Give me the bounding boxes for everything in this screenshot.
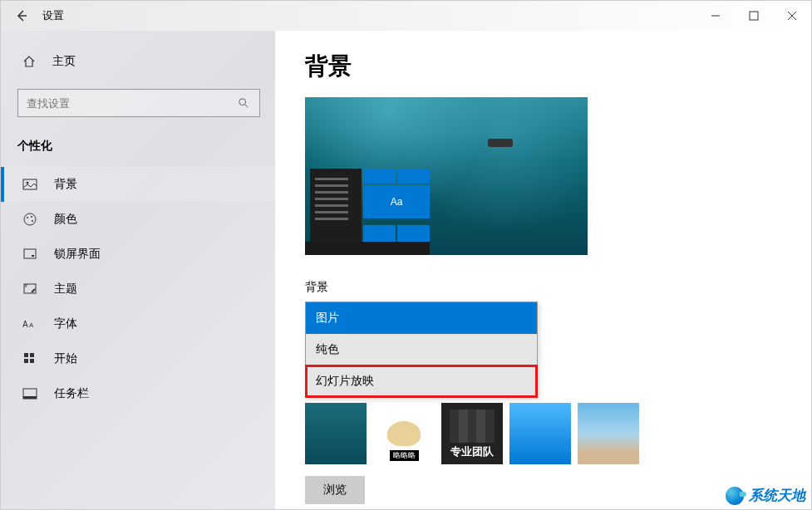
svg-point-4 bbox=[239, 99, 246, 105]
maximize-button[interactable] bbox=[735, 1, 773, 31]
minimize-icon bbox=[711, 11, 721, 21]
browse-button[interactable]: 浏览 bbox=[305, 476, 365, 504]
nav-colors[interactable]: 颜色 bbox=[1, 202, 275, 237]
main-content: 背景 Aa 背景 图片 bbox=[275, 31, 811, 509]
thumbnail[interactable] bbox=[305, 403, 367, 464]
sidebar: 主页 个性化 背景 颜色 锁屏界面 bbox=[1, 31, 275, 509]
watermark-text: 系统天地 bbox=[749, 486, 805, 505]
nav-label: 主题 bbox=[54, 282, 77, 297]
svg-rect-12 bbox=[24, 249, 36, 258]
category-header: 个性化 bbox=[1, 134, 275, 167]
thumbnail[interactable]: 专业团队 bbox=[441, 403, 503, 464]
svg-point-8 bbox=[24, 213, 36, 225]
desktop-preview: Aa bbox=[305, 97, 588, 255]
nav-fonts[interactable]: AA 字体 bbox=[1, 306, 275, 341]
svg-text:A: A bbox=[29, 321, 34, 329]
svg-rect-17 bbox=[24, 353, 28, 357]
nav-start[interactable]: 开始 bbox=[1, 341, 275, 376]
close-button[interactable] bbox=[773, 1, 811, 31]
svg-point-7 bbox=[27, 182, 29, 184]
nav-background[interactable]: 背景 bbox=[1, 167, 275, 202]
background-label: 背景 bbox=[305, 280, 781, 295]
nav-label: 开始 bbox=[54, 351, 77, 366]
svg-rect-18 bbox=[30, 353, 34, 357]
search-input[interactable] bbox=[27, 97, 238, 110]
svg-rect-14 bbox=[24, 284, 36, 293]
maximize-icon bbox=[749, 11, 759, 21]
preview-tile-text: Aa bbox=[363, 185, 430, 218]
window-title: 设置 bbox=[42, 8, 64, 23]
globe-icon bbox=[726, 487, 744, 505]
search-icon bbox=[238, 97, 251, 109]
titlebar-controls bbox=[696, 1, 811, 31]
home-link[interactable]: 主页 bbox=[1, 47, 275, 76]
back-button[interactable] bbox=[9, 3, 34, 28]
back-arrow-icon bbox=[15, 9, 28, 22]
svg-rect-13 bbox=[32, 255, 34, 257]
svg-point-9 bbox=[27, 217, 28, 218]
thumbnail[interactable] bbox=[578, 403, 639, 464]
settings-window: 设置 主页 个性化 背景 bbox=[0, 0, 812, 510]
nav-label: 锁屏界面 bbox=[54, 247, 101, 262]
svg-text:A: A bbox=[22, 320, 28, 329]
minimize-button[interactable] bbox=[696, 1, 735, 31]
thumbnail[interactable] bbox=[509, 403, 571, 464]
nav-themes[interactable]: 主题 bbox=[1, 272, 275, 306]
dropdown-option-slideshow[interactable]: 幻灯片放映 bbox=[306, 365, 537, 397]
svg-line-5 bbox=[245, 105, 249, 108]
svg-rect-1 bbox=[750, 12, 758, 20]
nav-label: 任务栏 bbox=[54, 386, 89, 401]
font-icon: AA bbox=[22, 316, 39, 331]
titlebar: 设置 bbox=[1, 1, 811, 31]
svg-point-11 bbox=[32, 220, 33, 222]
palette-icon bbox=[22, 212, 39, 227]
recent-images: 略略略 专业团队 bbox=[305, 403, 781, 464]
svg-rect-22 bbox=[23, 396, 37, 399]
svg-point-10 bbox=[31, 216, 32, 218]
nav-label: 颜色 bbox=[54, 212, 77, 227]
thumbnail[interactable]: 略略略 bbox=[373, 403, 435, 464]
home-label: 主页 bbox=[52, 54, 76, 69]
nav-label: 字体 bbox=[54, 316, 77, 331]
start-icon bbox=[22, 351, 39, 366]
svg-rect-20 bbox=[30, 359, 34, 363]
page-title: 背景 bbox=[305, 51, 781, 82]
svg-rect-19 bbox=[24, 359, 28, 363]
close-icon bbox=[787, 11, 797, 21]
dropdown-option-solid[interactable]: 纯色 bbox=[306, 334, 537, 365]
lockscreen-icon bbox=[22, 247, 39, 262]
background-type-dropdown[interactable]: 图片 纯色 幻灯片放映 bbox=[305, 302, 538, 398]
search-box[interactable] bbox=[17, 89, 260, 117]
theme-icon bbox=[22, 282, 39, 297]
dropdown-option-picture[interactable]: 图片 bbox=[306, 302, 537, 334]
nav-label: 背景 bbox=[54, 177, 77, 192]
taskbar-icon bbox=[22, 386, 39, 401]
home-icon bbox=[22, 55, 37, 68]
picture-icon bbox=[22, 177, 39, 192]
nav-lockscreen[interactable]: 锁屏界面 bbox=[1, 237, 275, 272]
nav-taskbar[interactable]: 任务栏 bbox=[1, 376, 275, 411]
watermark: 系统天地 bbox=[726, 486, 805, 505]
